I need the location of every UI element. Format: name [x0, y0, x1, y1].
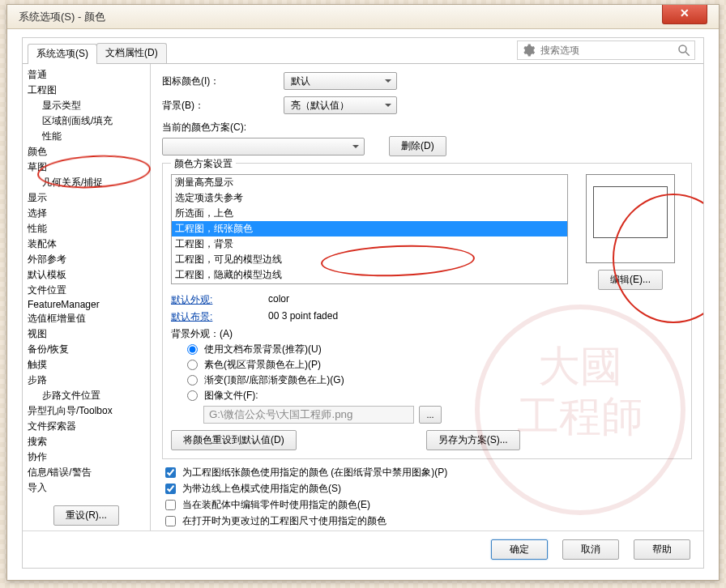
tree-item[interactable]: 性能: [26, 221, 150, 236]
icon-color-label: 图标颜色(I)：: [162, 75, 284, 88]
dialog-footer: 确定 取消 帮助: [23, 530, 703, 568]
tree-item[interactable]: 视图: [26, 326, 150, 342]
ok-button[interactable]: 确定: [491, 539, 548, 560]
tree-item[interactable]: 文件位置: [26, 283, 150, 298]
background-dropdown[interactable]: 亮（默认值）: [284, 96, 397, 114]
bg-appearance-label: 背景外观：(A): [171, 327, 683, 341]
image-file-path: [203, 406, 414, 424]
svg-point-0: [679, 45, 686, 53]
list-item[interactable]: 工程图，纸张颜色: [172, 221, 567, 236]
category-tree[interactable]: 普通工程图显示类型区域剖面线/填充性能颜色草图几何关系/捕捉显示选择性能装配体外…: [23, 64, 150, 501]
tree-item[interactable]: 选值框增量值: [26, 311, 150, 326]
list-item[interactable]: 测量高亮显示: [172, 175, 567, 190]
icon-color-dropdown[interactable]: 默认: [284, 72, 397, 90]
checkbox-option[interactable]: 为工程图纸张颜色使用指定的颜色 (在图纸背景中禁用图象)(P): [162, 466, 692, 479]
window-title: 系统选项(S) - 颜色: [19, 10, 105, 24]
gear-icon: [521, 43, 536, 58]
titlebar: 系统选项(S) - 颜色 ✕: [7, 5, 719, 29]
tree-item[interactable]: 触摸: [26, 357, 150, 373]
default-background-value: 00 3 point faded: [268, 310, 338, 324]
tree-item[interactable]: 区域剖面线/填充: [26, 113, 150, 129]
dialog-body: 普通工程图显示类型区域剖面线/填充性能颜色草图几何关系/捕捉显示选择性能装配体外…: [23, 64, 703, 530]
tree-item[interactable]: 装配体: [26, 236, 150, 252]
save-as-scheme-button[interactable]: 另存为方案(S)...: [426, 430, 520, 450]
radio-option[interactable]: 渐变(顶部/底部渐变颜色在上)(G): [171, 373, 683, 387]
close-button[interactable]: ✕: [662, 5, 707, 24]
current-scheme-label: 当前的颜色方案(C):: [162, 121, 692, 134]
tree-item[interactable]: 搜索: [26, 434, 150, 450]
edit-color-button[interactable]: 编辑(E)...: [598, 270, 663, 290]
tree-item[interactable]: 异型孔向导/Toolbox: [26, 403, 150, 419]
list-item[interactable]: 所选面，上色: [172, 206, 567, 221]
main-panel: 图标颜色(I)： 默认 背景(B)： 亮（默认值） 当前的颜色方案(C): 删除…: [151, 64, 703, 530]
delete-scheme-button[interactable]: 删除(D): [389, 136, 446, 156]
checkbox-option[interactable]: 当在装配体中编辑零件时使用指定的颜色(E): [162, 498, 692, 512]
list-item[interactable]: 工程图，可见的模型边线: [172, 252, 567, 267]
reset-button[interactable]: 重设(R)...: [53, 505, 119, 526]
tree-item[interactable]: 外部参考: [26, 252, 150, 267]
current-scheme-dropdown[interactable]: [162, 138, 365, 156]
tree-item[interactable]: 选择: [26, 206, 150, 221]
tree-item[interactable]: 信息/错误/警告: [26, 465, 150, 480]
list-item[interactable]: 工程图，背景: [172, 236, 567, 252]
tree-item[interactable]: 显示类型: [26, 98, 150, 113]
search-options-box[interactable]: [517, 40, 695, 60]
tree-item[interactable]: 草图: [26, 160, 150, 175]
radio-option[interactable]: 素色(视区背景颜色在上)(P): [171, 358, 683, 372]
radio-option[interactable]: 图像文件(F):: [171, 389, 683, 403]
default-appearance-value: color: [268, 293, 289, 307]
tree-item[interactable]: 颜色: [26, 144, 150, 160]
scheme-group-title: 颜色方案设置: [171, 157, 236, 171]
radio-option[interactable]: 使用文档布景背景(推荐)(U): [171, 343, 683, 356]
background-label: 背景(B)：: [162, 99, 284, 113]
dialog-window: 系统选项(S) - 颜色 ✕ 系统选项(S) 文档属性(D) 普通工程图显示类型…: [6, 4, 720, 581]
reset-to-default-button[interactable]: 将颜色重设到默认值(D): [171, 430, 297, 450]
cancel-button[interactable]: 取消: [562, 539, 619, 560]
tree-item[interactable]: 步路: [26, 373, 150, 388]
tree-item[interactable]: 显示: [26, 190, 150, 206]
color-scheme-listbox[interactable]: 测量高亮显示选定项遗失参考所选面，上色工程图，纸张颜色工程图，背景工程图，可见的…: [171, 174, 568, 284]
browse-button[interactable]: ...: [419, 406, 442, 424]
color-preview-inner: [593, 186, 668, 238]
tree-item[interactable]: 文件探索器: [26, 419, 150, 434]
tree-item[interactable]: 工程图: [26, 83, 150, 98]
tree-item[interactable]: 几何关系/捕捉: [26, 175, 150, 190]
search-input[interactable]: [539, 44, 677, 57]
sidebar: 普通工程图显示类型区域剖面线/填充性能颜色草图几何关系/捕捉显示选择性能装配体外…: [23, 64, 151, 530]
tree-item[interactable]: 普通: [26, 67, 150, 83]
tree-item[interactable]: 备份/恢复: [26, 342, 150, 357]
tab-strip: 系统选项(S) 文档属性(D): [28, 43, 166, 63]
tree-item[interactable]: 性能: [26, 129, 150, 144]
checkbox-option[interactable]: 在打开时为更改过的工程图尺寸使用指定的颜色: [162, 514, 692, 528]
list-item[interactable]: 选定项遗失参考: [172, 190, 567, 206]
list-item[interactable]: 工程图，隐藏的模型边线: [172, 267, 567, 283]
default-appearance-link[interactable]: 默认外观:: [171, 293, 268, 307]
checkbox-option[interactable]: 为带边线上色模式使用指定的颜色(S): [162, 482, 692, 496]
tree-item[interactable]: 导入: [26, 480, 150, 496]
tree-item[interactable]: 默认模板: [26, 267, 150, 283]
default-background-link[interactable]: 默认布景:: [171, 310, 268, 324]
top-bar: 系统选项(S) 文档属性(D): [23, 38, 703, 64]
tab-system-options[interactable]: 系统选项(S): [28, 44, 97, 64]
tree-item[interactable]: 协作: [26, 450, 150, 465]
tree-item[interactable]: FeatureManager: [26, 298, 150, 311]
svg-line-1: [685, 52, 690, 56]
tab-document-properties[interactable]: 文档属性(D): [96, 43, 167, 63]
list-item[interactable]: 工程图，模型边线 (SpeedPak): [172, 283, 567, 284]
scheme-settings-group: 颜色方案设置 测量高亮显示选定项遗失参考所选面，上色工程图，纸张颜色工程图，背景…: [162, 163, 692, 459]
color-preview: [586, 174, 675, 263]
search-icon[interactable]: [677, 43, 691, 58]
help-button[interactable]: 帮助: [634, 539, 690, 560]
dialog-content: 系统选项(S) 文档属性(D) 普通工程图显示类型区域剖面线/填充性能颜色草图几…: [22, 37, 704, 569]
tree-item[interactable]: 步路文件位置: [26, 388, 150, 403]
